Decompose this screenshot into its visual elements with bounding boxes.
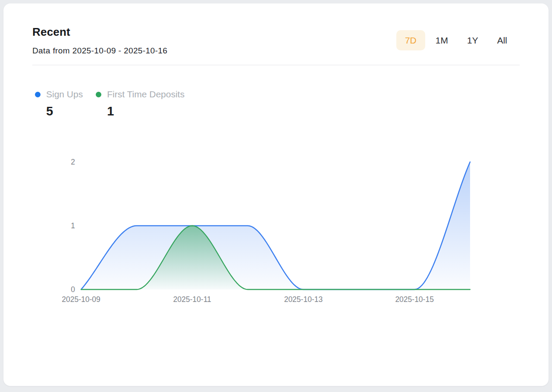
signups-deposits-area-chart[interactable]: 0122025-10-092025-10-112025-10-132025-10…	[3, 146, 549, 327]
legend-item-first-time-deposits[interactable]: First Time Deposits 1	[96, 89, 185, 118]
range-button-1y[interactable]: 1Y	[458, 30, 487, 50]
range-button-all[interactable]: All	[489, 30, 516, 50]
card-header: Recent Data from 2025-10-09 - 2025-10-16…	[3, 3, 549, 56]
range-button-1m[interactable]: 1M	[427, 30, 457, 50]
header-divider	[32, 65, 520, 65]
signups-dot-icon	[35, 92, 41, 97]
x-axis-tick-label: 2025-10-15	[395, 295, 434, 304]
legend-item-signups[interactable]: Sign Ups 5	[35, 89, 83, 118]
signups-value: 5	[46, 104, 83, 118]
y-axis-tick-label: 0	[71, 285, 75, 294]
x-axis-tick-label: 2025-10-09	[62, 295, 100, 304]
y-axis-tick-label: 2	[71, 158, 75, 166]
range-button-7d[interactable]: 7D	[396, 30, 425, 50]
y-axis-tick-label: 1	[71, 221, 75, 230]
time-range-selector: 7D 1M 1Y All	[396, 30, 516, 50]
deposits-dot-icon	[96, 92, 101, 97]
recent-stats-card: Recent Data from 2025-10-09 - 2025-10-16…	[3, 3, 549, 386]
x-axis-tick-label: 2025-10-13	[284, 295, 323, 304]
chart-canvas: 0122025-10-092025-10-112025-10-132025-10…	[3, 146, 549, 327]
header-text-block: Recent Data from 2025-10-09 - 2025-10-16	[32, 25, 167, 56]
date-range-subtitle: Data from 2025-10-09 - 2025-10-16	[32, 46, 167, 56]
signups-label: Sign Ups	[46, 89, 83, 100]
x-axis-tick-label: 2025-10-11	[173, 295, 211, 304]
page-background: { "header": { "title": "Recent", "subtit…	[0, 0, 552, 392]
deposits-label: First Time Deposits	[107, 89, 185, 100]
chart-legend: Sign Ups 5 First Time Deposits 1	[35, 89, 549, 118]
deposits-value: 1	[107, 104, 185, 118]
card-title: Recent	[32, 25, 167, 39]
